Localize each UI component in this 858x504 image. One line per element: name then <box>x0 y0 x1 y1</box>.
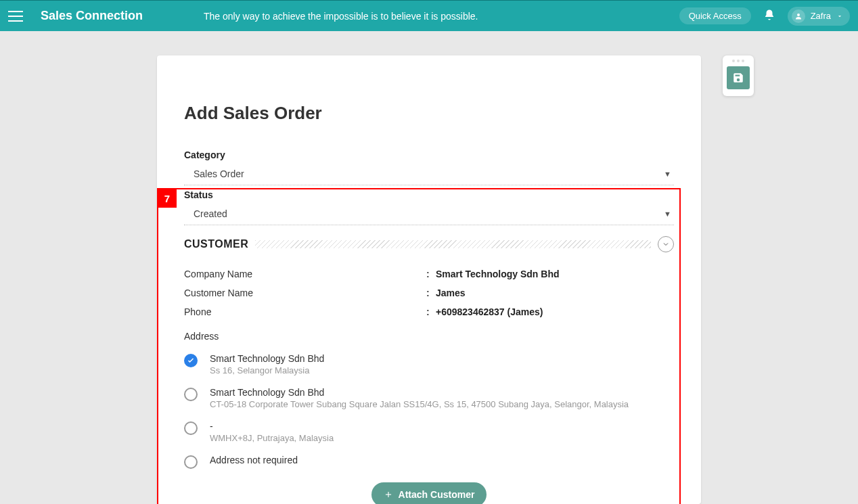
content-area: 7 Add Sales Order Category Sales Order ▼… <box>0 31 858 504</box>
user-name: Zafra <box>811 11 831 21</box>
svg-point-0 <box>797 14 800 16</box>
address-title: - <box>210 421 334 432</box>
address-title: Address not required <box>210 455 298 465</box>
bell-icon[interactable] <box>763 9 775 24</box>
collapse-customer-button[interactable] <box>658 236 674 252</box>
address-option-1[interactable]: Smart Technology Sdn Bhd CT-05-18 Corpor… <box>184 382 674 416</box>
address-sub: WMHX+8J, Putrajaya, Malaysia <box>210 433 334 443</box>
category-select[interactable]: Sales Order ▼ <box>184 163 674 185</box>
address-option-0[interactable]: Smart Technology Sdn Bhd Ss 16, Selangor… <box>184 348 674 382</box>
menu-icon[interactable] <box>8 11 23 22</box>
status-select[interactable]: Created ▼ <box>184 203 674 225</box>
address-title: Smart Technology Sdn Bhd <box>210 387 629 398</box>
category-value: Sales Order <box>194 168 244 179</box>
quick-access-button[interactable]: Quick Access <box>679 7 751 24</box>
widget-dots <box>732 60 744 62</box>
status-value: Created <box>194 208 227 219</box>
section-divider <box>255 240 651 248</box>
status-label: Status <box>184 189 674 200</box>
phone-label: Phone <box>184 306 426 317</box>
radio-unchecked-icon <box>184 388 198 401</box>
avatar-icon <box>792 9 805 23</box>
address-sub: Ss 16, Selangor Malaysia <box>210 365 324 375</box>
customer-name-value: James <box>436 288 466 298</box>
address-sub: CT-05-18 Corporate Tower Subang Square J… <box>210 399 629 409</box>
phone-value: +609823462837 (James) <box>436 306 543 317</box>
customer-info: Company Name : Smart Technology Sdn Bhd … <box>184 265 674 321</box>
caret-down-icon: ▼ <box>664 170 671 178</box>
attach-customer-button[interactable]: Attach Customer <box>371 482 487 504</box>
address-option-2[interactable]: - WMHX+8J, Putrajaya, Malaysia <box>184 416 674 450</box>
customer-section-title: CUSTOMER <box>184 238 248 250</box>
radio-unchecked-icon <box>184 421 198 435</box>
save-widget <box>723 55 754 96</box>
address-label: Address <box>184 331 674 342</box>
address-option-3[interactable]: Address not required <box>184 450 674 476</box>
company-label: Company Name <box>184 269 426 279</box>
radio-checked-icon <box>184 354 198 367</box>
user-menu[interactable]: Zafra <box>788 7 850 26</box>
brand-title: Sales Connection <box>41 9 143 23</box>
category-label: Category <box>184 150 674 160</box>
plus-icon <box>384 490 393 499</box>
tagline-text: The only way to achieve the impossible i… <box>204 11 679 22</box>
customer-section-header: CUSTOMER <box>184 236 674 252</box>
page-title: Add Sales Order <box>184 103 674 124</box>
top-bar: Sales Connection The only way to achieve… <box>0 0 858 31</box>
customer-name-label: Customer Name <box>184 288 426 298</box>
step-badge: 7 <box>158 189 177 208</box>
caret-down-icon: ▼ <box>664 210 671 218</box>
address-title: Smart Technology Sdn Bhd <box>210 353 324 364</box>
form-card: 7 Add Sales Order Category Sales Order ▼… <box>157 55 701 504</box>
chevron-down-icon <box>836 13 843 20</box>
attach-customer-label: Attach Customer <box>399 489 475 500</box>
save-button[interactable] <box>727 66 750 89</box>
radio-unchecked-icon <box>184 455 198 469</box>
company-value: Smart Technology Sdn Bhd <box>436 269 560 279</box>
